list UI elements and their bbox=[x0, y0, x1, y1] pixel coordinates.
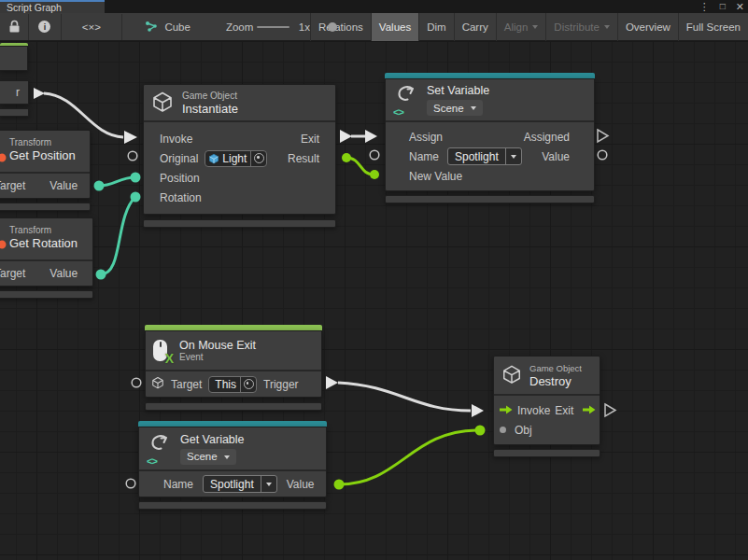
flow-arrow-icon bbox=[500, 404, 513, 417]
invoke-input-port-destroy[interactable] bbox=[472, 404, 484, 417]
newvalue-input-port[interactable] bbox=[370, 170, 379, 179]
fullscreen-button[interactable]: Full Screen bbox=[678, 13, 748, 41]
get-variable-icon: <> bbox=[147, 433, 172, 465]
result-output-port[interactable] bbox=[342, 153, 351, 162]
tab-bar: Script Graph ⋮ □ ✕ bbox=[0, 0, 748, 13]
trigger-output-port[interactable] bbox=[34, 88, 45, 99]
node-title: Get Variable bbox=[180, 433, 245, 446]
original-port-label: Original bbox=[160, 152, 198, 165]
set-variable-icon: <> bbox=[393, 84, 418, 116]
node-category: Transform bbox=[9, 225, 85, 235]
carry-button[interactable]: Carry bbox=[454, 13, 496, 41]
node-title: Get Position bbox=[9, 148, 82, 162]
node-category: Game Object bbox=[529, 363, 582, 373]
invoke-port-label: Invoke bbox=[160, 133, 192, 146]
position-input-port[interactable] bbox=[131, 173, 141, 183]
dim-button[interactable]: Dim bbox=[418, 13, 453, 41]
code-preview-icon[interactable]: <×> bbox=[82, 21, 101, 33]
node-get-position[interactable]: Transform Get Position Target Value bbox=[0, 130, 91, 211]
node-subtitle: Event bbox=[179, 352, 256, 362]
node-title: Instantiate bbox=[182, 102, 238, 116]
value-port-label: Value bbox=[542, 150, 570, 163]
game-object-icon bbox=[151, 376, 164, 392]
lock-icon[interactable] bbox=[8, 20, 21, 34]
variable-scope-dropdown[interactable]: Scene bbox=[427, 100, 483, 116]
node-title: Set Variable bbox=[427, 84, 489, 97]
trigger-output-port-mouseexit[interactable] bbox=[326, 376, 338, 389]
fragment-port-label: r bbox=[16, 86, 20, 99]
variable-name-dropdown[interactable]: Spotlight bbox=[447, 147, 522, 165]
info-icon[interactable]: i bbox=[38, 21, 50, 33]
variable-scope-dropdown[interactable]: Scene bbox=[180, 449, 236, 465]
variable-name-dropdown[interactable]: Spotlight bbox=[203, 475, 277, 493]
exit-port-label: Exit bbox=[555, 404, 573, 417]
wire-value-getvariable-to-obj[interactable] bbox=[339, 430, 478, 484]
original-object-field[interactable]: Light bbox=[205, 150, 267, 167]
chevron-down-icon[interactable] bbox=[505, 148, 521, 164]
node-get-rotation[interactable]: Transform Get Rotation Target Value bbox=[0, 217, 93, 299]
original-input-port[interactable] bbox=[128, 151, 137, 161]
relations-button[interactable]: Relations bbox=[310, 13, 371, 41]
wire-value-position[interactable] bbox=[99, 177, 135, 186]
name-input-port-setvariable[interactable] bbox=[370, 150, 379, 160]
flow-arrow-icon bbox=[583, 404, 596, 417]
chevron-down-icon bbox=[471, 106, 476, 113]
obj-input-port-destroy[interactable] bbox=[475, 426, 486, 436]
target-object-field[interactable]: This bbox=[208, 376, 257, 393]
new-value-port-label: New Value bbox=[409, 170, 462, 183]
overview-button[interactable]: Overview bbox=[617, 13, 678, 41]
rotation-input-port[interactable] bbox=[131, 192, 141, 203]
distribute-dropdown[interactable]: Distribute bbox=[545, 13, 617, 41]
value-output-port-setvariable[interactable] bbox=[598, 150, 607, 160]
exit-output-port-instantiate[interactable] bbox=[340, 130, 352, 143]
chevron-down-icon bbox=[224, 455, 230, 462]
value-output-port-getrotation[interactable] bbox=[96, 270, 106, 280]
window-close-icon[interactable]: ✕ bbox=[736, 0, 744, 13]
wire-value-rotation[interactable] bbox=[101, 197, 135, 274]
assigned-port-label: Assigned bbox=[524, 131, 570, 144]
obj-port-icon bbox=[500, 427, 506, 433]
wire-value-result-to-newvalue[interactable] bbox=[346, 158, 374, 175]
node-event-fragment-header[interactable] bbox=[0, 43, 28, 71]
object-picker-icon[interactable] bbox=[240, 377, 256, 392]
wire-control-trigger-to-destroy[interactable] bbox=[338, 383, 471, 411]
assign-port-label: Assign bbox=[409, 131, 443, 144]
node-event-fragment-body[interactable]: r bbox=[0, 80, 29, 117]
node-get-variable[interactable]: <> Get Variable Scene Name Spotlight bbox=[138, 421, 327, 510]
graph-toolbar: i <×> Cube Zoom 1x Relations Values Dim … bbox=[0, 13, 748, 41]
invoke-input-port-instantiate[interactable] bbox=[124, 131, 137, 144]
value-output-port-getposition[interactable] bbox=[94, 181, 105, 191]
node-set-variable[interactable]: <> Set Variable Scene Assign Assigned bbox=[385, 73, 595, 203]
node-destroy[interactable]: Game Object Destroy Invoke Exit bbox=[493, 356, 600, 457]
zoom-slider[interactable] bbox=[257, 26, 289, 28]
node-instantiate[interactable]: Game Object Instantiate Invoke Exit Orig… bbox=[143, 84, 336, 228]
zoom-label: Zoom bbox=[226, 21, 253, 33]
game-object-icon bbox=[151, 91, 174, 116]
tab-script-graph[interactable]: Script Graph bbox=[0, 0, 105, 13]
node-title: Get Rotation bbox=[9, 236, 85, 250]
obj-port-label: Obj bbox=[515, 424, 532, 437]
graph-canvas[interactable]: r Transform Get Position Target Value bbox=[0, 41, 748, 560]
result-port-label: Result bbox=[288, 152, 319, 165]
value-output-port-getvariable[interactable] bbox=[334, 480, 345, 490]
window-menu-icon[interactable]: ⋮ bbox=[699, 0, 710, 13]
assign-input-port-setvariable[interactable] bbox=[365, 130, 377, 143]
node-on-mouse-exit[interactable]: X On Mouse Exit Event Target bbox=[145, 325, 322, 411]
align-dropdown[interactable]: Align bbox=[496, 13, 546, 41]
object-picker-icon[interactable] bbox=[250, 151, 266, 166]
chevron-down-icon[interactable] bbox=[261, 476, 276, 492]
window-maximize-icon[interactable]: □ bbox=[720, 0, 726, 13]
value-port-label: Value bbox=[287, 478, 315, 491]
values-button[interactable]: Values bbox=[371, 13, 418, 41]
zoom-slider-handle[interactable] bbox=[328, 22, 337, 32]
mouse-exit-icon: X bbox=[153, 340, 167, 361]
graph-icon bbox=[145, 21, 159, 33]
graph-title: Cube bbox=[164, 21, 191, 33]
prefab-icon bbox=[208, 153, 219, 164]
name-port-label: Name bbox=[409, 150, 439, 163]
exit-output-port-destroy[interactable] bbox=[605, 404, 615, 416]
assigned-output-port[interactable] bbox=[598, 130, 608, 142]
name-input-port-getvariable[interactable] bbox=[126, 479, 135, 488]
chevron-down-icon bbox=[532, 25, 538, 32]
target-input-port-mouseexit[interactable] bbox=[132, 378, 141, 387]
